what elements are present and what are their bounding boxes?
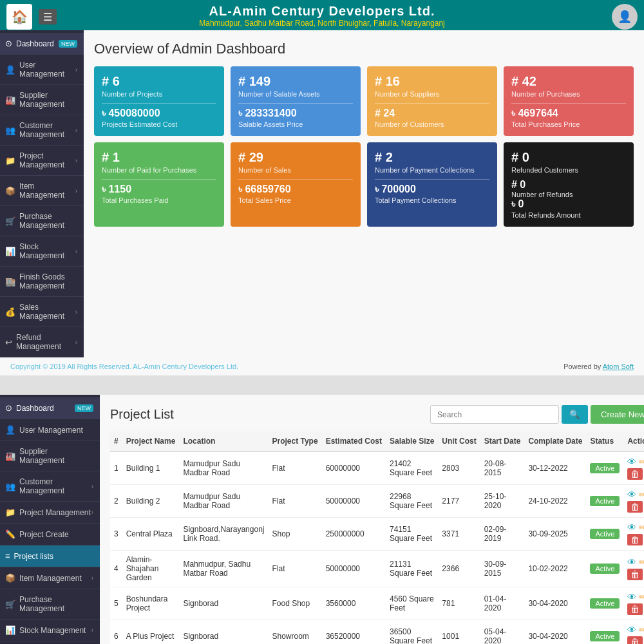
card-amount-label: Total Purchases Price bbox=[511, 120, 626, 128]
supplier-icon2: 🏭 bbox=[5, 451, 15, 461]
cards-grid-row1: # 6 Number of Projects ৳ 450080000 Proje… bbox=[94, 66, 634, 136]
cell-location: Mamudpur Sadu Madbar Road bbox=[179, 451, 268, 485]
delete-icon[interactable]: 🗑 bbox=[627, 636, 643, 644]
card-number: # 16 bbox=[375, 74, 489, 89]
project-lists-icon: ≡ bbox=[5, 551, 10, 561]
delete-icon[interactable]: 🗑 bbox=[627, 468, 643, 480]
delete-icon[interactable]: 🗑 bbox=[627, 603, 643, 615]
edit-icon[interactable]: ✏ bbox=[639, 522, 644, 533]
cell-unit: 781 bbox=[438, 587, 480, 620]
item-icon: 📦 bbox=[5, 186, 15, 196]
sidebar-item-customer[interactable]: 👥 Customer Management › bbox=[0, 115, 84, 146]
cell-type: Shop bbox=[268, 518, 321, 551]
card-amount: ৳ 66859760 bbox=[238, 184, 353, 195]
cell-type: Showroom bbox=[268, 620, 321, 645]
col-status: Status bbox=[586, 431, 623, 451]
cell-num: 2 bbox=[110, 485, 122, 518]
sidebar-item-project[interactable]: 📁 Project Management › bbox=[0, 146, 84, 176]
cell-salable: 21131 Square Feet bbox=[386, 551, 438, 587]
header-title: AL-Amin Century Developers Ltd. bbox=[0, 4, 644, 19]
view-icon[interactable]: 👁 bbox=[627, 489, 636, 500]
sidebar-item-item[interactable]: 📦 Item Management › bbox=[0, 176, 84, 206]
view-icon[interactable]: 👁 bbox=[627, 457, 636, 467]
new-badge2: NEW bbox=[75, 404, 93, 412]
action-row-delete: 🗑 bbox=[627, 468, 643, 480]
sidebar2-item-dashboard[interactable]: ⊙ Dashboard NEW bbox=[0, 397, 100, 419]
chevron-icon4: › bbox=[91, 574, 93, 582]
menu-icon[interactable]: ☰ bbox=[39, 9, 57, 24]
view-icon[interactable]: 👁 bbox=[627, 557, 636, 567]
col-unit-cost: Unit Cost bbox=[438, 431, 480, 451]
table-row: 1 Building 1 Mamudpur Sadu Madbar Road F… bbox=[110, 451, 644, 485]
edit-icon[interactable]: ✏ bbox=[639, 557, 644, 567]
cell-action: 👁 ✏ 🗑 bbox=[623, 587, 644, 620]
cell-salable: 22968 Square Feet bbox=[386, 485, 438, 518]
sidebar2-item-project-mgmt[interactable]: 📁 Project Management › bbox=[0, 502, 100, 524]
sidebar2-item-customer[interactable]: 👥 Customer Management › bbox=[0, 471, 100, 502]
sidebar-item-supplier[interactable]: 🏭 Supplier Management bbox=[0, 85, 84, 115]
sidebar2-item-item-mgmt[interactable]: 📦 Item Management › bbox=[0, 567, 100, 589]
sidebar-item-user-management[interactable]: 👤 User Management › bbox=[0, 55, 84, 85]
sidebar2-item-project-create[interactable]: ✏️ Project Create bbox=[0, 524, 100, 545]
sidebar2-item-finish-goods[interactable]: 🏬 Finish Goods Management › bbox=[0, 641, 100, 644]
sidebar2-item-user[interactable]: 👤 User Management bbox=[0, 419, 100, 441]
sidebar2-label-purchase-mgmt: Purchase Management bbox=[19, 595, 93, 613]
delete-icon[interactable]: 🗑 bbox=[627, 534, 643, 545]
delete-icon[interactable]: 🗑 bbox=[627, 569, 643, 580]
sidebar-label-finish-goods: Finish Goods Management bbox=[19, 272, 77, 290]
card-number: # 29 bbox=[238, 150, 353, 165]
header: 🏠 ☰ AL-Amin Century Developers Ltd. Mahm… bbox=[0, 0, 644, 30]
chevron-icon2: › bbox=[91, 483, 93, 490]
chevron-icon: › bbox=[75, 339, 77, 346]
copyright-text: Copyright © 2019 All Rights Reserved. AL… bbox=[10, 363, 238, 370]
delete-icon[interactable]: 🗑 bbox=[627, 501, 643, 513]
chevron-icon5: › bbox=[91, 627, 93, 634]
edit-icon[interactable]: ✏ bbox=[639, 592, 644, 602]
edit-icon[interactable]: ✏ bbox=[639, 489, 644, 500]
sidebar: ⊙ Dashboard NEW 👤 User Management › 🏭 Su… bbox=[0, 30, 84, 357]
cell-cost: 50000000 bbox=[322, 551, 386, 587]
sidebar-item-stock[interactable]: 📊 Stock Management › bbox=[0, 236, 84, 267]
sidebar-item-finish-goods[interactable]: 🏬 Finish Goods Management bbox=[0, 267, 84, 297]
sales-icon: 💰 bbox=[5, 307, 15, 317]
col-estimated-cost: Estimated Cost bbox=[322, 431, 386, 451]
cell-status: Active bbox=[586, 620, 623, 645]
card-label: Number of Projects bbox=[102, 90, 216, 98]
cell-start: 01-04-2020 bbox=[480, 587, 525, 620]
sidebar-label-dashboard: Dashboard bbox=[16, 39, 54, 48]
powered-by: Powered by Atom Soft bbox=[564, 363, 634, 370]
sidebar2-item-stock-mgmt[interactable]: 📊 Stock Management › bbox=[0, 620, 100, 641]
sidebar-item-refund[interactable]: ↩ Refund Management › bbox=[0, 327, 84, 357]
view-icon[interactable]: 👁 bbox=[627, 522, 636, 533]
sidebar2-item-project-lists[interactable]: ≡ Project lists bbox=[0, 545, 100, 567]
search-button[interactable]: 🔍 bbox=[562, 405, 588, 424]
chevron-icon: › bbox=[75, 308, 77, 316]
project-icon: 📁 bbox=[5, 156, 15, 166]
table-row: 6 A Plus Project Signborad Showroom 3652… bbox=[110, 620, 644, 645]
search-input[interactable] bbox=[430, 405, 559, 424]
sidebar-item-purchase[interactable]: 🛒 Purchase Management bbox=[0, 206, 84, 236]
edit-icon[interactable]: ✏ bbox=[639, 625, 644, 635]
status-badge: Active bbox=[590, 564, 620, 574]
table-header: Project List 🔍 Create New bbox=[110, 405, 644, 424]
cell-action: 👁 ✏ 🗑 bbox=[623, 551, 644, 587]
action-row: 👁 ✏ bbox=[627, 557, 644, 567]
sidebar-item-sales[interactable]: 💰 Sales Management › bbox=[0, 297, 84, 327]
atom-soft-link[interactable]: Atom Soft bbox=[603, 363, 634, 370]
page-title: Overview of Admin Dashboard bbox=[94, 41, 634, 57]
create-new-button[interactable]: Create New bbox=[591, 405, 644, 424]
edit-icon[interactable]: ✏ bbox=[639, 457, 644, 467]
avatar[interactable]: 👤 bbox=[612, 4, 638, 30]
card-label: Number of Suppliers bbox=[375, 90, 489, 98]
view-icon[interactable]: 👁 bbox=[627, 592, 636, 602]
view-icon[interactable]: 👁 bbox=[627, 625, 636, 635]
cell-start: 25-10-2020 bbox=[480, 485, 525, 518]
sidebar2-item-purchase-mgmt[interactable]: 🛒 Purchase Management bbox=[0, 589, 100, 620]
col-project-type: Project Type bbox=[268, 431, 321, 451]
sidebar-item-dashboard[interactable]: ⊙ Dashboard NEW bbox=[0, 33, 84, 55]
cell-type: Flat bbox=[268, 551, 321, 587]
card-label: Number of Paid for Purchases bbox=[102, 166, 216, 174]
finish-goods-icon: 🏬 bbox=[5, 277, 15, 287]
cell-type: Flat bbox=[268, 451, 321, 485]
sidebar2-item-supplier[interactable]: 🏭 Supplier Management bbox=[0, 441, 100, 471]
